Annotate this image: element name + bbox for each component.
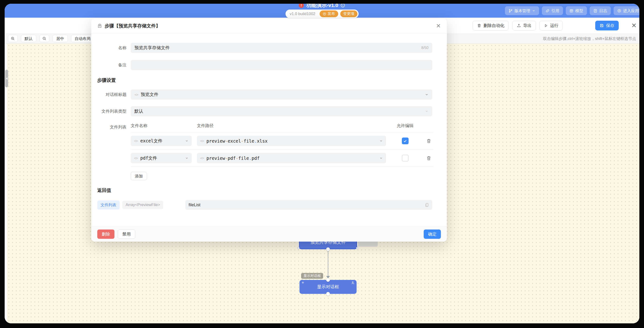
version-pill: v1.0 build1002 发布 变更项 bbox=[286, 10, 359, 18]
save-button[interactable]: 保存 bbox=[595, 21, 619, 31]
file-table: 文件名称 文件路径 允许编辑 <> excel文件 bbox=[131, 123, 434, 180]
info-icon[interactable] bbox=[340, 4, 345, 8]
topbar-actions: 版本管理 引用 模型 日志 进入应用 bbox=[505, 6, 639, 15]
file-path-input[interactable]: <> preview-excel-file.xlsx bbox=[197, 136, 386, 146]
file-row: <> excel文件 <> preview-excel-file.xlsx bbox=[131, 132, 434, 149]
logs-button[interactable]: 日志 bbox=[590, 6, 611, 15]
chevron-down-icon bbox=[185, 156, 188, 160]
model-button[interactable]: 模型 bbox=[566, 6, 587, 15]
disable-step-button[interactable]: 禁用 bbox=[118, 229, 135, 239]
page-title: 功能演示-v1.0 bbox=[306, 4, 338, 9]
node-label: 显示对话框 bbox=[317, 284, 339, 290]
step-icon bbox=[97, 24, 102, 28]
reference-button[interactable]: 引用 bbox=[542, 6, 563, 15]
connector-dot[interactable] bbox=[326, 278, 330, 282]
modal-header: 步骤【预览共享存储文件】 ✕ bbox=[91, 19, 447, 34]
zoom-in-icon bbox=[11, 37, 15, 41]
center-button[interactable]: 居中 bbox=[52, 35, 68, 42]
name-value: 预览共享存储文件 bbox=[134, 45, 170, 51]
chevron-down-icon bbox=[379, 139, 383, 143]
delete-row-button[interactable] bbox=[426, 138, 431, 144]
name-row: 名称 预览共享存储文件 8/50 bbox=[91, 43, 432, 53]
modal-footer: 删除 禁用 确定 bbox=[91, 226, 447, 242]
remark-input[interactable] bbox=[131, 60, 432, 70]
file-path-value: preview-pdf-file.pdf bbox=[206, 156, 260, 161]
list-type-select[interactable]: 默认 bbox=[131, 106, 432, 116]
chevron-down-icon bbox=[425, 109, 428, 113]
chevron-down-icon bbox=[379, 156, 383, 160]
step-settings-title: 步骤设置 bbox=[97, 77, 432, 83]
grid-icon bbox=[570, 9, 574, 13]
code-icon: <> bbox=[200, 156, 204, 160]
branch-icon bbox=[509, 9, 512, 13]
node-label-remnant bbox=[358, 242, 378, 247]
file-list-row: 文件列表 文件名称 文件路径 允许编辑 <> excel文件 bbox=[91, 123, 432, 180]
zoom-in-button[interactable] bbox=[8, 35, 18, 42]
changes-button[interactable]: 变更项 bbox=[340, 11, 357, 17]
collapse-left-icon bbox=[6, 77, 8, 80]
enter-app-button[interactable]: 进入应用 bbox=[614, 6, 639, 15]
file-list-label: 文件列表 bbox=[91, 123, 131, 130]
code-icon: <> bbox=[134, 93, 138, 97]
edge-tag: 显示对话框 bbox=[301, 273, 323, 279]
connector-dot[interactable] bbox=[326, 247, 330, 251]
chevron-down-icon bbox=[425, 93, 428, 96]
return-type-detail-badge: Array<PreviewFile> bbox=[122, 201, 163, 209]
char-counter: 8/50 bbox=[421, 46, 428, 50]
auto-layout-button[interactable]: 自动布局 bbox=[71, 35, 94, 42]
canvas-hint-text: 双击编辑步骤,ctrl+滚轮缩放，shift+鼠标左键框选节点 bbox=[543, 36, 636, 41]
col-file-name: 文件名称 bbox=[131, 123, 192, 128]
user-icon bbox=[351, 281, 355, 285]
list-type-label: 文件列表类型 bbox=[91, 109, 131, 114]
selection-handle[interactable] bbox=[298, 247, 300, 249]
remark-label: 备注 bbox=[91, 62, 131, 68]
publish-button[interactable]: 发布 bbox=[320, 11, 338, 17]
link-icon bbox=[546, 9, 550, 13]
file-name-value: pdf文件 bbox=[140, 155, 157, 161]
file-name-select[interactable]: <> pdf文件 bbox=[131, 153, 192, 163]
return-value-input[interactable]: fileList bbox=[185, 200, 432, 210]
export-button[interactable]: 导出 bbox=[512, 21, 536, 31]
dialog-title-select[interactable]: <> 预览文件 bbox=[131, 89, 432, 100]
delete-automation-button[interactable]: 删除自动化 bbox=[473, 21, 509, 31]
return-value: fileList bbox=[188, 203, 200, 207]
check-icon bbox=[403, 139, 407, 143]
file-row: <> pdf文件 <> preview-pdf-file.pdf bbox=[131, 150, 434, 167]
flow-node-show-dialog[interactable]: + 显示对话框 bbox=[300, 280, 356, 294]
topbar-center: ! 功能演示-v1.0 v1.0 build1002 发布 变更项 bbox=[286, 4, 359, 18]
flow-edge bbox=[328, 249, 328, 277]
return-type-badge: 文件列表 bbox=[97, 200, 120, 209]
return-value-title: 返回值 bbox=[97, 187, 432, 193]
run-button[interactable]: 运行 bbox=[540, 21, 563, 31]
modal-close-icon[interactable]: ✕ bbox=[436, 23, 441, 29]
zoom-default-button[interactable]: 默认 bbox=[21, 35, 36, 42]
delete-row-button[interactable] bbox=[426, 156, 431, 161]
file-path-value: preview-excel-file.xlsx bbox=[206, 138, 268, 144]
trash-icon bbox=[426, 138, 431, 144]
allow-edit-checkbox[interactable] bbox=[402, 138, 408, 144]
alert-badge-icon: ! bbox=[299, 4, 304, 8]
panel-collapse-handle[interactable] bbox=[5, 70, 8, 87]
file-path-input[interactable]: <> preview-pdf-file.pdf bbox=[197, 153, 386, 163]
top-bar: ! 功能演示-v1.0 v1.0 build1002 发布 变更项 bbox=[5, 4, 639, 18]
version-manage-button[interactable]: 版本管理 bbox=[505, 6, 539, 15]
file-name-select[interactable]: <> excel文件 bbox=[131, 136, 192, 146]
confirm-button[interactable]: 确定 bbox=[424, 229, 441, 239]
window-close-icon[interactable]: ✕ bbox=[631, 23, 636, 29]
connector-dot[interactable] bbox=[326, 292, 330, 296]
copy-icon[interactable] bbox=[425, 203, 429, 207]
title-row: ! 功能演示-v1.0 bbox=[299, 4, 345, 9]
trash-icon bbox=[477, 24, 481, 28]
return-row: 文件列表 Array<PreviewFile> fileList bbox=[91, 200, 432, 210]
add-file-button[interactable]: 添加 bbox=[131, 172, 147, 180]
name-input[interactable]: 预览共享存储文件 8/50 bbox=[131, 43, 432, 53]
code-icon: <> bbox=[134, 139, 138, 143]
selection-handle[interactable] bbox=[356, 247, 358, 249]
publish-icon bbox=[322, 12, 326, 16]
node-add-icon[interactable]: + bbox=[302, 280, 304, 285]
list-type-value: 默认 bbox=[134, 108, 143, 114]
delete-step-button[interactable]: 删除 bbox=[97, 229, 114, 239]
allow-edit-checkbox[interactable] bbox=[402, 155, 408, 161]
target-icon bbox=[617, 9, 621, 13]
zoom-out-button[interactable] bbox=[40, 35, 49, 42]
